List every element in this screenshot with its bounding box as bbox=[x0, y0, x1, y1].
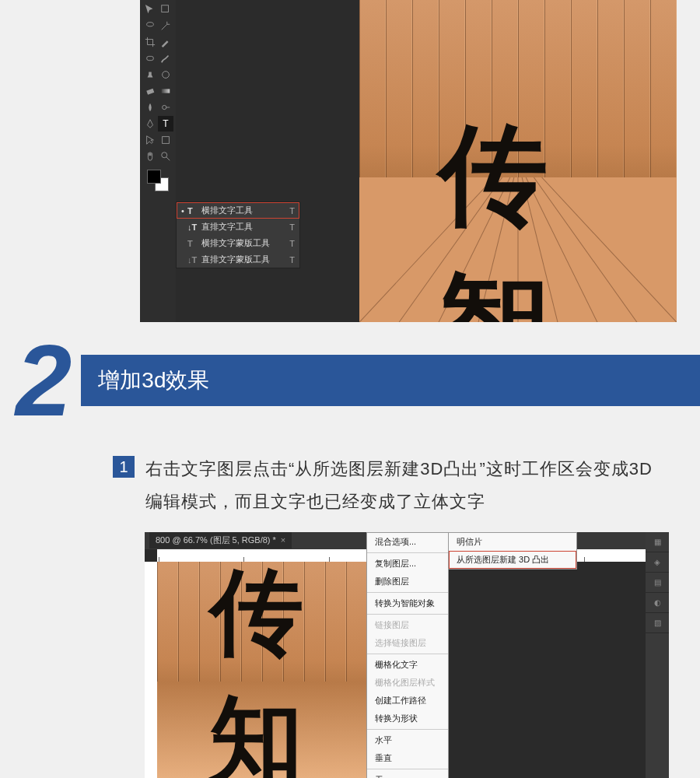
submenu-postcard[interactable]: 明信片 bbox=[449, 533, 576, 551]
crop-tool-icon[interactable] bbox=[142, 34, 158, 50]
document-canvas: 传智 bbox=[359, 0, 677, 322]
panel-icon[interactable]: ◐ bbox=[646, 593, 669, 613]
pen-tool-icon[interactable] bbox=[142, 116, 158, 131]
step-number: 2 bbox=[16, 330, 72, 431]
artboard-tool-icon[interactable] bbox=[158, 2, 173, 17]
horizontal-type-mask-item[interactable]: T横排文字蒙版工具T bbox=[177, 235, 299, 251]
menu-separator bbox=[367, 592, 448, 593]
healing-tool-icon[interactable] bbox=[142, 51, 158, 66]
menu-separator bbox=[367, 552, 448, 553]
menu-select-linked: 选择链接图层 bbox=[367, 634, 448, 652]
vertical-ruler bbox=[145, 562, 157, 778]
panel-icon[interactable]: ▤ bbox=[646, 573, 669, 593]
menu-duplicate-layer[interactable]: 复制图层... bbox=[367, 555, 448, 573]
menu-blending-options[interactable]: 混合选项... bbox=[367, 533, 448, 551]
svg-point-6 bbox=[163, 105, 166, 109]
canvas-text-2: 传知 bbox=[210, 562, 315, 778]
collapsed-panels: ▦ ◈ ▤ ◐ ▧ bbox=[646, 532, 669, 778]
svg-rect-5 bbox=[162, 89, 170, 93]
svg-rect-7 bbox=[163, 137, 170, 144]
eyedropper-tool-icon[interactable] bbox=[158, 34, 173, 50]
menu-separator bbox=[367, 729, 448, 730]
close-tab-icon[interactable]: × bbox=[281, 535, 285, 545]
menu-separator bbox=[367, 614, 448, 615]
menu-separator bbox=[367, 769, 448, 769]
canvas-text: 传智 bbox=[439, 103, 597, 322]
type-tool-flyout: •T横排文字工具T ↓T直排文字工具T T横排文字蒙版工具T ↓T直排文字蒙版工… bbox=[176, 202, 300, 268]
photoshop-screenshot-2: 800 @ 66.7% (图层 5, RGB/8) *× 传知 混合选项... … bbox=[145, 532, 669, 778]
blur-tool-icon[interactable] bbox=[142, 100, 158, 115]
hand-tool-icon[interactable] bbox=[142, 149, 158, 164]
history-brush-icon[interactable] bbox=[158, 67, 173, 82]
type-tool-icon[interactable]: T bbox=[158, 116, 173, 131]
lasso-tool-icon[interactable] bbox=[142, 18, 158, 33]
substep-text: 右击文字图层点击“从所选图层新建3D凸出”这时工作区会变成3D编辑模式，而且文字… bbox=[145, 453, 661, 518]
color-swatches[interactable] bbox=[140, 170, 176, 191]
tools-panel: T bbox=[140, 0, 176, 322]
vertical-type-tool-item[interactable]: ↓T直排文字工具T bbox=[177, 219, 299, 235]
svg-rect-4 bbox=[146, 89, 154, 95]
svg-rect-2 bbox=[147, 56, 154, 60]
panel-icon[interactable]: ▧ bbox=[646, 613, 669, 633]
fg-color-swatch[interactable] bbox=[147, 170, 161, 184]
move-tool-icon[interactable] bbox=[142, 2, 158, 17]
substep: 1 右击文字图层点击“从所选图层新建3D凸出”这时工作区会变成3D编辑模式，而且… bbox=[113, 453, 661, 518]
substep-number: 1 bbox=[113, 456, 135, 478]
menu-rasterize-type[interactable]: 栅格化文字 bbox=[367, 656, 448, 674]
dodge-tool-icon[interactable] bbox=[158, 100, 173, 115]
stamp-tool-icon[interactable] bbox=[142, 67, 158, 82]
panel-icon[interactable]: ▦ bbox=[646, 532, 669, 552]
brush-tool-icon[interactable] bbox=[158, 51, 173, 66]
zoom-tool-icon[interactable] bbox=[158, 149, 173, 164]
svg-point-8 bbox=[162, 152, 167, 158]
menu-link-layers: 链接图层 bbox=[367, 616, 448, 634]
menu-aa-none[interactable]: 无 bbox=[367, 771, 448, 778]
menu-vertical[interactable]: 垂直 bbox=[367, 749, 448, 767]
submenu-new-3d-extrusion[interactable]: 从所选图层新建 3D 凸出 bbox=[449, 551, 576, 569]
3d-submenu: 明信片 从所选图层新建 3D 凸出 bbox=[448, 532, 577, 569]
menu-delete-layer[interactable]: 删除图层 bbox=[367, 573, 448, 591]
menu-separator bbox=[367, 654, 448, 654]
svg-point-3 bbox=[163, 72, 170, 79]
photoshop-screenshot-1: T •T横排文字工具T ↓T直排文字工具T T横排文字蒙版工具T ↓T直排文字蒙… bbox=[140, 0, 677, 322]
menu-create-workpath[interactable]: 创建工作路径 bbox=[367, 692, 448, 710]
wand-tool-icon[interactable] bbox=[158, 18, 173, 33]
step-header: 2 增加3d效果 bbox=[0, 330, 700, 431]
panel-icon[interactable]: ◈ bbox=[646, 552, 669, 573]
gradient-tool-icon[interactable] bbox=[158, 83, 173, 99]
menu-convert-smart[interactable]: 转换为智能对象 bbox=[367, 594, 448, 612]
document-tab[interactable]: 800 @ 66.7% (图层 5, RGB/8) *× bbox=[149, 532, 292, 548]
menu-horizontal[interactable]: 水平 bbox=[367, 731, 448, 749]
vertical-type-mask-item[interactable]: ↓T直排文字蒙版工具T bbox=[177, 251, 299, 268]
horizontal-type-tool-item[interactable]: •T横排文字工具T bbox=[177, 202, 299, 219]
menu-convert-shape[interactable]: 转换为形状 bbox=[367, 710, 448, 727]
svg-rect-0 bbox=[162, 5, 169, 12]
shape-tool-icon[interactable] bbox=[158, 132, 173, 148]
menu-rasterize-style: 栅格化图层样式 bbox=[367, 674, 448, 692]
path-select-icon[interactable] bbox=[142, 132, 158, 148]
svg-point-1 bbox=[147, 23, 154, 26]
eraser-tool-icon[interactable] bbox=[142, 83, 158, 99]
layer-context-menu: 混合选项... 复制图层... 删除图层 转换为智能对象 链接图层 选择链接图层… bbox=[366, 532, 449, 778]
step-title: 增加3d效果 bbox=[81, 355, 700, 406]
